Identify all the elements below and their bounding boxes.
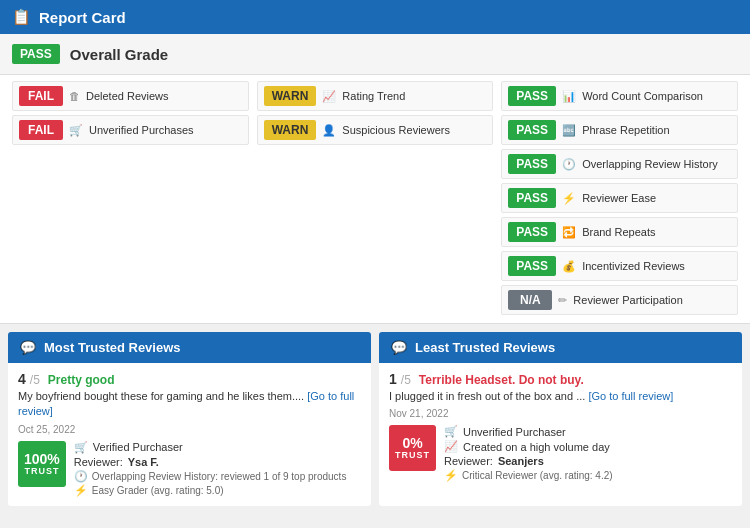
user-icon: 👤	[322, 124, 336, 137]
repeat-icon: 🔁	[562, 226, 576, 239]
least-trusted-rating: 1	[389, 371, 397, 387]
most-trusted-review-text: My boyfriend bought these for gaming and…	[18, 389, 361, 420]
most-trusted-review-title: Pretty good	[48, 373, 115, 387]
check-rating-trend: WARN 📈 Rating Trend	[257, 81, 494, 111]
least-trusted-title: Least Trusted Reviews	[415, 340, 555, 355]
least-trusted-verified-row: 🛒 Unverified Purchaser	[444, 425, 732, 438]
most-trusted-section: 💬 Most Trusted Reviews 4 /5 Pretty good …	[8, 332, 371, 506]
most-trusted-rating: 4	[18, 371, 26, 387]
most-trusted-reviewer-row: Reviewer: Ysa F.	[74, 456, 361, 468]
clock-icon: 🕐	[562, 158, 576, 171]
most-trusted-body: 4 /5 Pretty good My boyfriend bought the…	[8, 363, 371, 506]
suspicious-badge: WARN	[264, 120, 317, 140]
deleted-reviews-label: Deleted Reviews	[86, 90, 169, 102]
most-trusted-detail-1-text: Easy Grader (avg. rating: 5.0)	[92, 485, 224, 496]
critical-detail-icon: ⚡	[444, 469, 458, 482]
checks-grid: FAIL 🗑 Deleted Reviews FAIL 🛒 Unverified…	[12, 81, 738, 315]
check-unverified-purchases: FAIL 🛒 Unverified Purchases	[12, 115, 249, 145]
most-trusted-rating-max: /5	[30, 373, 40, 387]
most-trusted-verified-label: Verified Purchaser	[93, 441, 183, 453]
check-suspicious-reviewers: WARN 👤 Suspicious Reviewers	[257, 115, 494, 145]
least-trusted-body: 1 /5 Terrible Headset. Do not buy. I plu…	[379, 363, 742, 491]
least-trusted-date: Nov 21, 2022	[389, 408, 732, 419]
least-trusted-review-title: Terrible Headset. Do not buy.	[419, 373, 584, 387]
clipboard-icon: 📋	[12, 8, 31, 26]
checks-left: FAIL 🗑 Deleted Reviews FAIL 🛒 Unverified…	[12, 81, 249, 315]
check-reviewer-ease: PASS ⚡ Reviewer Ease	[501, 183, 738, 213]
reviewer-ease-label: Reviewer Ease	[582, 192, 656, 204]
phrase-rep-label: Phrase Repetition	[582, 124, 669, 136]
most-trusted-header-icon: 💬	[20, 340, 36, 355]
least-trusted-header: 💬 Least Trusted Reviews	[379, 332, 742, 363]
overall-grade-label: Overall Grade	[70, 46, 168, 63]
most-trusted-verified-row: 🛒 Verified Purchaser	[74, 441, 361, 454]
most-trusted-trust-badge: 100% TRUST	[18, 441, 66, 487]
ease-detail-icon: ⚡	[74, 484, 88, 497]
cart-icon: 🛒	[69, 124, 83, 137]
least-trusted-reviewer-label: Reviewer:	[444, 455, 493, 467]
least-trusted-high-volume-row: 📈 Created on a high volume day	[444, 440, 732, 453]
header-title: Report Card	[39, 9, 126, 26]
ease-icon: ⚡	[562, 192, 576, 205]
report-card-header: 📋 Report Card	[0, 0, 750, 34]
most-trusted-trust-pct: 100%	[24, 452, 60, 466]
checks-middle: WARN 📈 Rating Trend WARN 👤 Suspicious Re…	[257, 81, 494, 315]
least-trusted-trust-info: 0% TRUST 🛒 Unverified Purchaser 📈 Create…	[389, 425, 732, 483]
least-trusted-reviewer-name: Seanjers	[498, 455, 544, 467]
overlap-badge: PASS	[508, 154, 556, 174]
most-trusted-trust-label: TRUST	[24, 466, 59, 476]
text-icon: 🔤	[562, 124, 576, 137]
most-trusted-header: 💬 Most Trusted Reviews	[8, 332, 371, 363]
least-trusted-review-link[interactable]: [Go to full review]	[588, 390, 673, 402]
check-phrase-rep: PASS 🔤 Phrase Repetition	[501, 115, 738, 145]
least-trusted-detail-0: ⚡ Critical Reviewer (avg. rating: 4.2)	[444, 469, 732, 482]
checks-section: FAIL 🗑 Deleted Reviews FAIL 🛒 Unverified…	[0, 75, 750, 324]
least-trusted-header-icon: 💬	[391, 340, 407, 355]
least-trusted-review-text: I plugged it in fresh out of the box and…	[389, 389, 732, 404]
cart-unverified-icon: 🛒	[444, 425, 458, 438]
least-trusted-trust-pct: 0%	[402, 436, 422, 450]
trash-icon: 🗑	[69, 90, 80, 102]
cart-verified-icon: 🛒	[74, 441, 88, 454]
check-incentivized: PASS 💰 Incentivized Reviews	[501, 251, 738, 281]
least-trusted-detail-0-text: Critical Reviewer (avg. rating: 4.2)	[462, 470, 613, 481]
least-trusted-reviewer-details: 🛒 Unverified Purchaser 📈 Created on a hi…	[444, 425, 732, 483]
overlap-label: Overlapping Review History	[582, 158, 718, 170]
most-trusted-detail-0-text: Overlapping Review History: reviewed 1 o…	[92, 471, 347, 482]
brand-repeats-label: Brand Repeats	[582, 226, 655, 238]
check-reviewer-participation: N/A ✏ Reviewer Participation	[501, 285, 738, 315]
least-trusted-reviewer-row: Reviewer: Seanjers	[444, 455, 732, 467]
incentivized-badge: PASS	[508, 256, 556, 276]
money-icon: 💰	[562, 260, 576, 273]
rating-trend-badge: WARN	[264, 86, 317, 106]
deleted-reviews-badge: FAIL	[19, 86, 63, 106]
least-trusted-trust-label: TRUST	[395, 450, 430, 460]
most-trusted-reviewer-details: 🛒 Verified Purchaser Reviewer: Ysa F. 🕐 …	[74, 441, 361, 498]
most-trusted-reviewer-label: Reviewer:	[74, 456, 123, 468]
check-deleted-reviews: FAIL 🗑 Deleted Reviews	[12, 81, 249, 111]
bar-chart-icon: 📊	[562, 90, 576, 103]
most-trusted-date: Oct 25, 2022	[18, 424, 361, 435]
most-trusted-detail-0: 🕐 Overlapping Review History: reviewed 1…	[74, 470, 361, 483]
reviewer-ease-badge: PASS	[508, 188, 556, 208]
check-overlap-history: PASS 🕐 Overlapping Review History	[501, 149, 738, 179]
overall-grade-bar: PASS Overall Grade	[0, 34, 750, 75]
participation-label: Reviewer Participation	[573, 294, 682, 306]
most-trusted-detail-1: ⚡ Easy Grader (avg. rating: 5.0)	[74, 484, 361, 497]
least-trusted-high-volume-label: Created on a high volume day	[463, 441, 610, 453]
check-brand-repeats: PASS 🔁 Brand Repeats	[501, 217, 738, 247]
suspicious-label: Suspicious Reviewers	[342, 124, 450, 136]
rating-trend-label: Rating Trend	[342, 90, 405, 102]
trend-icon: 📈	[322, 90, 336, 103]
participation-badge: N/A	[508, 290, 552, 310]
least-trusted-section: 💬 Least Trusted Reviews 1 /5 Terrible He…	[379, 332, 742, 506]
incentivized-label: Incentivized Reviews	[582, 260, 685, 272]
word-count-badge: PASS	[508, 86, 556, 106]
least-trusted-rating-max: /5	[401, 373, 411, 387]
least-trusted-trust-badge: 0% TRUST	[389, 425, 436, 471]
unverified-badge: FAIL	[19, 120, 63, 140]
overlap-detail-icon: 🕐	[74, 470, 88, 483]
most-trusted-title: Most Trusted Reviews	[44, 340, 181, 355]
word-count-label: Word Count Comparison	[582, 90, 703, 102]
most-trusted-reviewer-name: Ysa F.	[128, 456, 159, 468]
